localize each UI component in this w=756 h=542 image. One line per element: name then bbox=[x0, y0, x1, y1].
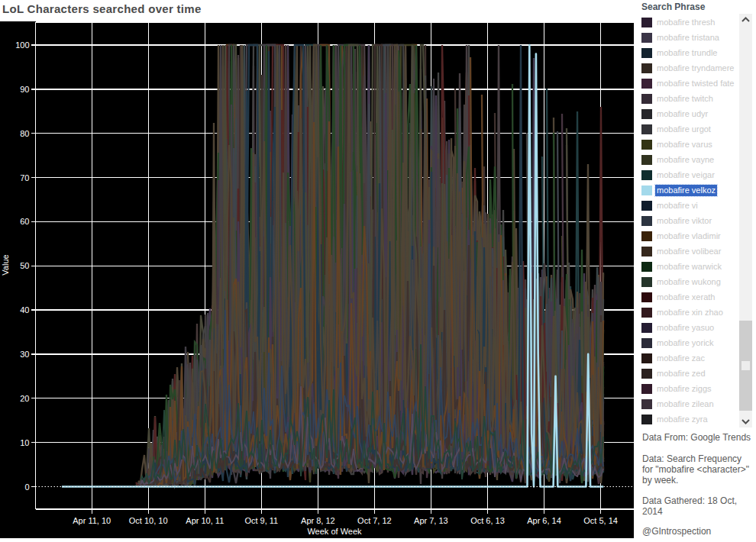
svg-text:20: 20 bbox=[20, 394, 29, 403]
svg-text:Apr 7, 13: Apr 7, 13 bbox=[414, 516, 448, 525]
svg-text:Oct 6, 13: Oct 6, 13 bbox=[470, 516, 505, 525]
svg-text:10: 10 bbox=[20, 438, 29, 447]
svg-text:Apr 6, 14: Apr 6, 14 bbox=[527, 516, 561, 525]
svg-text:Apr 10, 11: Apr 10, 11 bbox=[186, 516, 224, 525]
svg-text:50: 50 bbox=[20, 261, 29, 270]
svg-text:Oct 7, 12: Oct 7, 12 bbox=[357, 516, 392, 525]
svg-text:Value: Value bbox=[1, 254, 10, 275]
svg-text:90: 90 bbox=[20, 85, 29, 94]
svg-text:0: 0 bbox=[24, 482, 29, 492]
svg-text:Oct 9, 11: Oct 9, 11 bbox=[244, 516, 278, 525]
svg-text:Oct 5, 14: Oct 5, 14 bbox=[583, 516, 618, 525]
svg-text:70: 70 bbox=[20, 173, 29, 182]
svg-text:30: 30 bbox=[20, 350, 29, 359]
svg-text:40: 40 bbox=[20, 305, 29, 315]
svg-text:Apr 8, 12: Apr 8, 12 bbox=[301, 516, 335, 525]
svg-text:Apr 11, 10: Apr 11, 10 bbox=[73, 516, 111, 525]
svg-text:Week of Week: Week of Week bbox=[307, 527, 362, 536]
svg-text:100: 100 bbox=[15, 40, 29, 50]
svg-text:Oct 10, 10: Oct 10, 10 bbox=[129, 516, 168, 525]
svg-text:80: 80 bbox=[20, 129, 29, 138]
svg-text:60: 60 bbox=[20, 217, 29, 226]
